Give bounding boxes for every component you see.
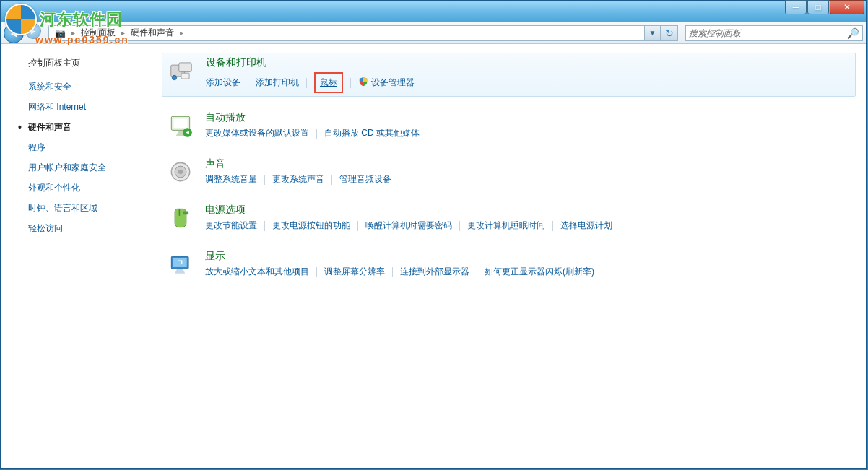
svg-rect-12 — [183, 212, 188, 215]
separator — [264, 175, 265, 185]
category-links: 更改节能设置更改电源按钮的功能唤醒计算机时需要密码更改计算机睡眠时间选择电源计划 — [205, 219, 851, 232]
category: 电源选项更改节能设置更改电源按钮的功能唤醒计算机时需要密码更改计算机睡眠时间选择… — [162, 201, 856, 235]
sidebar: 控制面板主页 系统和安全网络和 Internet硬件和声音程序用户帐户和家庭安全… — [1, 44, 156, 468]
category-links: 添加设备添加打印机鼠标设备管理器 — [206, 72, 851, 93]
minimize-button[interactable]: ─ — [785, 0, 807, 14]
category-link[interactable]: 更改媒体或设备的默认设置 — [205, 127, 309, 139]
category-body: 显示放大或缩小文本和其他项目调整屏幕分辨率连接到外部显示器如何更正显示器闪烁(刷… — [205, 250, 851, 279]
nav-back-button[interactable]: ◄ — [4, 23, 24, 43]
chevron-right-icon: ▸ — [118, 29, 128, 37]
category: 显示放大或缩小文本和其他项目调整屏幕分辨率连接到外部显示器如何更正显示器闪烁(刷… — [162, 247, 856, 282]
search-icon[interactable]: 🔍 — [847, 27, 859, 39]
link-label: 设备管理器 — [371, 77, 415, 89]
chevron-right-icon: ▸ — [177, 29, 186, 37]
separator — [392, 267, 393, 277]
svg-rect-14 — [173, 258, 187, 267]
category-link[interactable]: 唤醒计算机时需要密码 — [365, 219, 452, 232]
separator — [552, 221, 553, 231]
sidebar-title[interactable]: 控制面板主页 — [28, 57, 143, 69]
separator — [248, 78, 248, 88]
nav-forward-button[interactable]: ► — [25, 23, 41, 39]
sidebar-item[interactable]: 时钟、语言和区域 — [28, 202, 143, 214]
sidebar-item[interactable]: 轻松访问 — [28, 222, 143, 235]
chevron-right-icon: ▸ — [69, 29, 78, 37]
separator — [357, 221, 358, 231]
category-title[interactable]: 设备和打印机 — [206, 56, 851, 69]
sidebar-item[interactable]: 系统和安全 — [28, 81, 143, 93]
category-icon — [166, 204, 195, 232]
category-link[interactable]: 自动播放 CD 或其他媒体 — [324, 127, 420, 139]
category-title[interactable]: 自动播放 — [205, 111, 851, 124]
category-body: 设备和打印机添加设备添加打印机鼠标设备管理器 — [206, 56, 851, 93]
category-link[interactable]: 添加设备 — [206, 77, 240, 89]
category: 声音调整系统音量更改系统声音管理音频设备 — [162, 155, 856, 189]
sidebar-item[interactable]: 外观和个性化 — [28, 182, 143, 194]
history-dropdown-button[interactable]: ▼ — [645, 25, 661, 41]
separator — [477, 267, 477, 277]
category-link[interactable]: 更改计算机睡眠时间 — [467, 219, 545, 232]
category-links: 更改媒体或设备的默认设置自动播放 CD 或其他媒体 — [205, 127, 851, 139]
window-controls: ─ □ ✕ — [784, 0, 864, 14]
sidebar-item[interactable]: 网络和 Internet — [28, 101, 143, 113]
maximize-button[interactable]: □ — [807, 0, 829, 14]
svg-rect-2 — [181, 73, 189, 79]
category-icon — [166, 157, 195, 186]
separator — [331, 175, 332, 185]
separator — [264, 221, 265, 231]
body: 控制面板主页 系统和安全网络和 Internet硬件和声音程序用户帐户和家庭安全… — [1, 44, 866, 468]
category-link[interactable]: 鼠标 — [314, 72, 343, 93]
navbar: ◄ ► 📷 ▸ 控制面板 ▸ 硬件和声音 ▸ ▼ ↻ 🔍 — [1, 22, 866, 44]
sidebar-item[interactable]: 用户帐户和家庭安全 — [28, 162, 143, 174]
category-links: 放大或缩小文本和其他项目调整屏幕分辨率连接到外部显示器如何更正显示器闪烁(刷新率… — [205, 266, 851, 278]
category-icon — [166, 250, 195, 279]
shield-icon — [358, 77, 368, 89]
category-link[interactable]: 调整系统音量 — [205, 173, 257, 186]
titlebar: ─ □ ✕ — [1, 1, 866, 22]
sidebar-item[interactable]: 硬件和声音 — [28, 121, 143, 134]
category-icon — [166, 111, 195, 140]
category-link[interactable]: 设备管理器 — [358, 77, 415, 89]
breadcrumb-part[interactable]: 控制面板 — [78, 27, 118, 39]
close-button[interactable]: ✕ — [830, 0, 864, 14]
separator — [316, 267, 317, 277]
svg-rect-5 — [174, 119, 188, 129]
breadcrumb-part[interactable]: 硬件和声音 — [128, 27, 177, 39]
category-title[interactable]: 显示 — [205, 250, 851, 263]
refresh-button[interactable]: ↻ — [661, 25, 678, 41]
search-input[interactable] — [689, 28, 847, 38]
category-link[interactable]: 更改电源按钮的功能 — [272, 219, 350, 232]
category-body: 声音调整系统音量更改系统声音管理音频设备 — [205, 157, 851, 186]
category-link[interactable]: 放大或缩小文本和其他项目 — [205, 266, 309, 278]
sidebar-item[interactable]: 程序 — [28, 142, 143, 154]
category-icon — [167, 56, 196, 85]
category-link[interactable]: 选择电源计划 — [560, 219, 612, 232]
separator — [459, 221, 460, 231]
category-link[interactable]: 连接到外部显示器 — [400, 266, 469, 278]
category-link[interactable]: 更改节能设置 — [205, 219, 257, 232]
svg-point-11 — [178, 170, 183, 174]
content: 设备和打印机添加设备添加打印机鼠标设备管理器自动播放更改媒体或设备的默认设置自动… — [156, 44, 866, 468]
svg-rect-1 — [179, 63, 191, 72]
category-link[interactable]: 调整屏幕分辨率 — [324, 266, 385, 278]
separator — [306, 78, 307, 88]
separator — [316, 129, 317, 139]
category: 设备和打印机添加设备添加打印机鼠标设备管理器 — [162, 53, 856, 97]
breadcrumb-icon: 📷 — [52, 28, 69, 38]
category-title[interactable]: 电源选项 — [205, 204, 851, 217]
category-link[interactable]: 添加打印机 — [256, 77, 299, 89]
search-box[interactable]: 🔍 — [685, 25, 863, 41]
category: 自动播放更改媒体或设备的默认设置自动播放 CD 或其他媒体 — [162, 108, 856, 143]
separator — [350, 78, 351, 88]
category-link[interactable]: 更改系统声音 — [272, 173, 324, 186]
svg-marker-15 — [175, 269, 185, 273]
category-body: 自动播放更改媒体或设备的默认设置自动播放 CD 或其他媒体 — [205, 111, 851, 140]
breadcrumb[interactable]: 📷 ▸ 控制面板 ▸ 硬件和声音 ▸ — [48, 25, 645, 41]
category-link[interactable]: 如何更正显示器闪烁(刷新率) — [485, 266, 594, 278]
control-panel-window: 河东软件园 www.pc0359.cn ─ □ ✕ ◄ ► 📷 ▸ 控制面板 ▸… — [0, 0, 867, 469]
category-links: 调整系统音量更改系统声音管理音频设备 — [205, 173, 851, 186]
category-link[interactable]: 管理音频设备 — [339, 173, 391, 186]
category-title[interactable]: 声音 — [205, 157, 851, 170]
category-body: 电源选项更改节能设置更改电源按钮的功能唤醒计算机时需要密码更改计算机睡眠时间选择… — [205, 204, 851, 232]
svg-point-3 — [172, 75, 176, 79]
